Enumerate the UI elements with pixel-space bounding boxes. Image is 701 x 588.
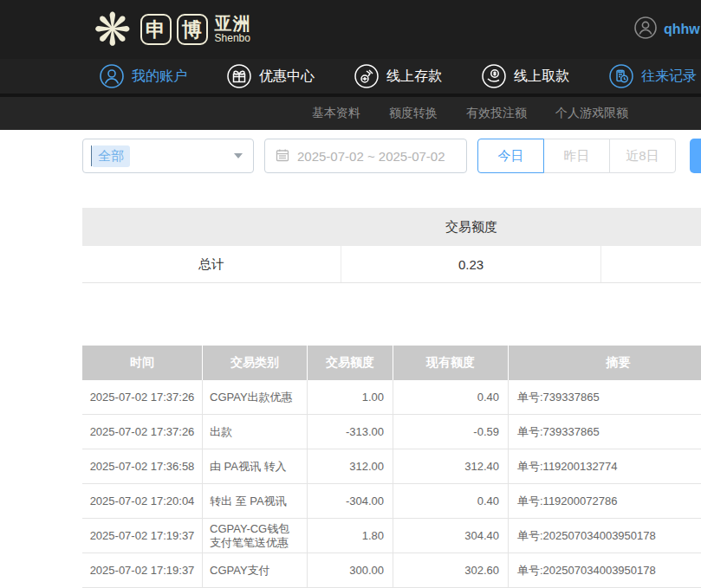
user-icon (100, 64, 124, 88)
transactions-body: 2025-07-02 17:37:26 CGPAY出款优惠 1.00 0.40 … (82, 380, 701, 588)
table-row: 2025-07-02 17:37:26 出款 -313.00 -0.59 单号:… (82, 415, 701, 449)
quick-range-group: 今日 昨日 近8日 (477, 139, 676, 173)
column-header-summary: 摘要 (509, 346, 701, 380)
nav-item-promo-center[interactable]: 优惠中心 (227, 64, 315, 88)
column-header-balance: 现有额度 (393, 346, 509, 380)
username: qhhw (664, 22, 700, 37)
summary-header-amount: 交易额度 (341, 208, 601, 246)
deposit-icon (354, 64, 379, 88)
cell-balance: 302.60 (393, 553, 509, 587)
summary-header-spacer (601, 208, 701, 246)
filter-row: 全部 2025-07-02 ~ 2025-07-02 今日 昨日 近8日 (82, 139, 676, 173)
cell-amount: 312.00 (308, 449, 393, 483)
cell-balance: 0.40 (393, 484, 509, 518)
nav-item-my-account[interactable]: 我的账户 (100, 64, 187, 88)
nav-item-online-withdraw[interactable]: 线上取款 (482, 64, 569, 88)
sub-nav: 基本资料 额度转换 有效投注额 个人游戏限额 (0, 97, 701, 130)
search-button[interactable] (690, 139, 701, 173)
records-icon (609, 64, 633, 88)
logo-region-en: Shenbo (215, 32, 251, 44)
cell-summary: 单号:202507034003950178 (509, 553, 701, 587)
brand-logo[interactable]: ❋ 申 博 亚洲 Shenbo (94, 0, 251, 59)
nav-label: 往来记录 (641, 68, 697, 86)
cell-time: 2025-07-02 17:36:58 (82, 449, 203, 483)
subnav-item-credit-transfer[interactable]: 额度转换 (389, 106, 438, 121)
logo-char-bo: 博 (177, 14, 208, 45)
date-range-value: 2025-07-02 ~ 2025-07-02 (297, 149, 445, 164)
cell-balance: 0.40 (393, 380, 509, 414)
cell-type: 出款 (203, 415, 308, 449)
logo-region: 亚洲 Shenbo (215, 15, 251, 44)
cell-amount: -313.00 (308, 415, 393, 449)
summary-total-value: 0.23 (341, 246, 601, 282)
column-header-amount: 交易额度 (308, 346, 393, 380)
cell-summary: 单号:119200072786 (509, 484, 701, 518)
table-row: 2025-07-02 17:19:37 CGPAY支付 300.00 302.6… (82, 553, 701, 588)
cell-time: 2025-07-02 17:20:04 (82, 484, 203, 518)
logo-region-cn: 亚洲 (215, 15, 251, 32)
summary-header-row: 交易额度 (82, 208, 701, 246)
summary-header-spacer (82, 208, 341, 246)
nav-label: 线上存款 (386, 68, 442, 86)
subnav-item-basic-info[interactable]: 基本资料 (312, 106, 360, 121)
table-row: 2025-07-02 17:20:04 转出 至 PA视讯 -304.00 0.… (82, 484, 701, 519)
last-8-days-button[interactable]: 近8日 (609, 139, 676, 173)
cell-type: 由 PA视讯 转入 (203, 449, 308, 483)
transactions-table: 时间 交易类别 交易额度 现有额度 摘要 2025-07-02 17:37:26… (82, 346, 701, 588)
cell-summary: 单号:119200132774 (509, 449, 701, 483)
subnav-item-valid-bets[interactable]: 有效投注额 (466, 106, 527, 121)
table-row: 2025-07-02 17:19:37 CGPAY-CG钱包支付笔笔送优惠 1.… (82, 519, 701, 553)
column-header-time: 时间 (82, 346, 203, 380)
nav-label: 线上取款 (514, 68, 569, 86)
subnav-item-personal-game-limits[interactable]: 个人游戏限额 (555, 106, 628, 121)
selected-type-chip: 全部 (92, 145, 130, 167)
cell-balance: 312.40 (393, 449, 509, 483)
cell-time: 2025-07-02 17:19:37 (82, 519, 203, 552)
nav-item-online-deposit[interactable]: 线上存款 (354, 64, 442, 88)
cell-type: CGPAY-CG钱包支付笔笔送优惠 (203, 519, 308, 552)
today-button[interactable]: 今日 (477, 139, 544, 173)
gift-icon (227, 64, 251, 88)
logo-char-shen: 申 (140, 14, 172, 45)
transaction-type-select[interactable]: 全部 (82, 139, 254, 173)
cell-balance: 304.40 (393, 519, 509, 552)
date-range-input[interactable]: 2025-07-02 ~ 2025-07-02 (264, 139, 467, 173)
cell-time: 2025-07-02 17:19:37 (82, 553, 203, 587)
table-row: 2025-07-02 17:36:58 由 PA视讯 转入 312.00 312… (82, 449, 701, 484)
cell-amount: 300.00 (308, 553, 393, 587)
flower-logo-icon: ❋ (94, 7, 132, 52)
topbar: ❋ 申 博 亚洲 Shenbo qhhw (0, 0, 701, 59)
withdraw-icon (482, 64, 506, 88)
main-nav: 我的账户 优惠中心 线上存款 (0, 59, 701, 97)
cell-time: 2025-07-02 17:37:26 (82, 415, 203, 449)
summary-total-label: 总计 (82, 246, 341, 282)
cell-type: 转出 至 PA视讯 (203, 484, 308, 518)
page: ❋ 申 博 亚洲 Shenbo qhhw (0, 0, 701, 588)
cell-summary: 单号:739337865 (509, 380, 701, 414)
cell-summary: 单号:739337865 (509, 415, 701, 449)
column-header-type: 交易类别 (203, 346, 308, 380)
summary-table: 交易额度 总计 0.23 (82, 208, 701, 283)
nav-label: 优惠中心 (259, 68, 315, 86)
calendar-icon (276, 148, 289, 165)
cell-amount: 1.00 (308, 380, 393, 414)
nav-item-transaction-records[interactable]: 往来记录 (609, 64, 697, 88)
cell-balance: -0.59 (393, 415, 509, 449)
nav-label: 我的账户 (132, 68, 187, 86)
chevron-down-icon (234, 153, 243, 158)
summary-total-row: 总计 0.23 (82, 246, 701, 283)
transactions-header-row: 时间 交易类别 交易额度 现有额度 摘要 (82, 346, 701, 380)
cell-summary: 单号:202507034003950178 (509, 519, 701, 552)
cell-amount: 1.80 (308, 519, 393, 552)
cell-time: 2025-07-02 17:37:26 (82, 380, 203, 414)
cell-type: CGPAY支付 (203, 553, 308, 587)
summary-empty-cell (601, 246, 701, 282)
user-avatar-icon (634, 16, 657, 42)
yesterday-button[interactable]: 昨日 (543, 139, 610, 173)
user-account[interactable]: qhhw (634, 0, 701, 59)
cell-type: CGPAY出款优惠 (203, 380, 308, 414)
table-row: 2025-07-02 17:37:26 CGPAY出款优惠 1.00 0.40 … (82, 380, 701, 415)
cell-amount: -304.00 (308, 484, 393, 518)
